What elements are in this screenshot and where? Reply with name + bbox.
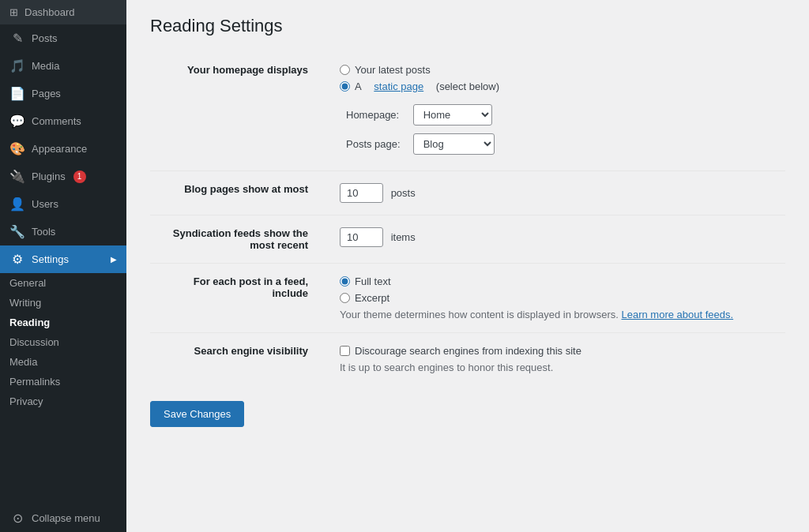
radio-latest-posts[interactable]: Your latest posts <box>340 64 769 76</box>
homepage-displays-field: Your latest posts A static page (select … <box>324 52 785 171</box>
radio-full-input[interactable] <box>340 276 350 287</box>
sidebar-item-settings[interactable]: ⚙ Settings ▶ <box>0 245 126 273</box>
homepage-select-cell: Home About Contact <box>407 100 501 129</box>
feed-description: Your theme determines how content is dis… <box>340 309 769 320</box>
learn-more-link[interactable]: Learn more about feeds. <box>622 309 734 320</box>
submenu-label: Discussion <box>9 336 59 348</box>
wp-logo-icon: ⊞ <box>9 6 18 18</box>
submenu-item-writing[interactable]: Writing <box>0 293 126 313</box>
submenu-label: Media <box>9 356 37 368</box>
plugins-badge: 1 <box>73 170 86 183</box>
homepage-displays-row: Your homepage displays Your latest posts… <box>150 52 785 171</box>
comments-icon: 💬 <box>9 114 25 129</box>
submenu-label: Writing <box>9 297 41 309</box>
settings-arrow-icon: ▶ <box>111 255 117 264</box>
search-visibility-checkbox-text: Discourage search engines from indexing … <box>355 345 581 357</box>
sidebar-item-label: Users <box>32 198 58 210</box>
submenu-label: Reading <box>9 317 50 328</box>
submenu-item-reading[interactable]: Reading <box>0 313 126 332</box>
homepage-displays-label: Your homepage displays <box>150 52 324 171</box>
sidebar-item-label: Tools <box>32 226 55 238</box>
collapse-menu-button[interactable]: ⊙ Collapse menu <box>0 504 126 532</box>
homepage-select-label: Homepage: <box>346 109 399 121</box>
pages-icon: 📄 <box>9 86 25 101</box>
homepage-radio-group: Your latest posts A static page (select … <box>340 64 769 92</box>
submenu-item-discussion[interactable]: Discussion <box>0 332 126 352</box>
sidebar-item-label: Appearance <box>32 143 87 155</box>
radio-full-text[interactable]: Full text <box>340 275 769 287</box>
sidebar-item-label: Settings <box>32 253 69 265</box>
radio-excerpt-input[interactable] <box>340 293 350 303</box>
sub-table-pages: Homepage: Home About Contact Posts <box>340 100 501 159</box>
search-visibility-label: Search engine visibility <box>150 333 324 386</box>
homepage-select-row: Homepage: Home About Contact <box>340 100 501 129</box>
radio-latest-input[interactable] <box>340 65 350 75</box>
sidebar-item-label: Dashboard <box>24 6 75 18</box>
sidebar-item-label: Media <box>32 60 59 72</box>
posts-page-select-row: Posts page: Blog News Updates <box>340 129 501 159</box>
homepage-select-label-cell: Homepage: <box>340 100 407 129</box>
syndication-label: Syndication feeds show the most recent <box>150 215 324 264</box>
collapse-icon: ⊙ <box>9 511 25 526</box>
plugins-icon: 🔌 <box>9 169 25 184</box>
submenu-label: Permalinks <box>9 376 60 388</box>
search-visibility-checkbox[interactable] <box>340 346 350 356</box>
blog-pages-input[interactable] <box>340 183 383 203</box>
feed-content-field: Full text Excerpt Your theme determines … <box>324 264 785 333</box>
sidebar-item-tools[interactable]: 🔧 Tools <box>0 218 126 245</box>
collapse-label: Collapse menu <box>32 512 100 524</box>
static-page-link[interactable]: static page <box>374 81 423 92</box>
feed-content-label: For each post in a feed, include <box>150 264 324 333</box>
sidebar-item-label: Posts <box>32 32 58 44</box>
appearance-icon: 🎨 <box>9 141 25 156</box>
sidebar: ⊞ Dashboard ✎ Posts 🎵 Media 📄 Pages 💬 Co… <box>0 0 126 532</box>
users-icon: 👤 <box>9 197 25 212</box>
sidebar-item-dashboard[interactable]: ⊞ Dashboard <box>0 0 126 24</box>
sidebar-item-label: Pages <box>32 88 61 99</box>
radio-static-page[interactable]: A static page (select below) <box>340 81 769 92</box>
homepage-select[interactable]: Home About Contact <box>413 104 492 126</box>
tools-icon: 🔧 <box>9 224 25 239</box>
settings-icon: ⚙ <box>9 252 25 267</box>
submenu-label: General <box>9 277 46 289</box>
syndication-suffix: items <box>391 231 416 243</box>
submenu-item-privacy[interactable]: Privacy <box>0 392 126 411</box>
page-title: Reading Settings <box>150 16 785 36</box>
radio-excerpt-label: Excerpt <box>355 292 389 304</box>
sidebar-item-posts[interactable]: ✎ Posts <box>0 24 126 52</box>
radio-static-input[interactable] <box>340 81 350 92</box>
blog-pages-suffix: posts <box>391 187 416 199</box>
submenu-item-general[interactable]: General <box>0 273 126 293</box>
search-visibility-checkbox-label[interactable]: Discourage search engines from indexing … <box>340 345 769 357</box>
posts-page-label: Posts page: <box>346 138 401 150</box>
sidebar-item-plugins[interactable]: 🔌 Plugins 1 <box>0 163 126 190</box>
submenu-item-permalinks[interactable]: Permalinks <box>0 372 126 392</box>
settings-table: Your homepage displays Your latest posts… <box>150 52 785 385</box>
sidebar-item-media[interactable]: 🎵 Media <box>0 52 126 80</box>
save-changes-button[interactable]: Save Changes <box>150 401 244 427</box>
posts-page-label-cell: Posts page: <box>340 129 407 159</box>
sidebar-item-users[interactable]: 👤 Users <box>0 190 126 218</box>
submenu-item-media[interactable]: Media <box>0 352 126 372</box>
sidebar-item-label: Plugins <box>32 170 66 182</box>
search-visibility-field: Discourage search engines from indexing … <box>324 333 785 386</box>
radio-latest-label: Your latest posts <box>355 64 431 76</box>
feed-content-row: For each post in a feed, include Full te… <box>150 264 785 333</box>
sidebar-item-comments[interactable]: 💬 Comments <box>0 107 126 135</box>
radio-full-label: Full text <box>355 275 391 287</box>
blog-pages-field: posts <box>324 171 785 215</box>
syndication-row: Syndication feeds show the most recent i… <box>150 215 785 264</box>
posts-icon: ✎ <box>9 31 25 46</box>
sidebar-item-label: Comments <box>32 115 81 127</box>
posts-page-select[interactable]: Blog News Updates <box>413 133 495 155</box>
radio-excerpt[interactable]: Excerpt <box>340 292 769 304</box>
sidebar-item-appearance[interactable]: 🎨 Appearance <box>0 135 126 163</box>
search-visibility-note: It is up to search engines to honor this… <box>340 362 769 373</box>
submenu-label: Privacy <box>9 395 43 407</box>
main-content: Reading Settings Your homepage displays … <box>126 0 809 532</box>
radio-static-suffix: (select below) <box>436 81 499 92</box>
radio-static-prefix: A <box>355 81 362 92</box>
syndication-input[interactable] <box>340 227 383 247</box>
sidebar-item-pages[interactable]: 📄 Pages <box>0 80 126 107</box>
search-visibility-row: Search engine visibility Discourage sear… <box>150 333 785 386</box>
